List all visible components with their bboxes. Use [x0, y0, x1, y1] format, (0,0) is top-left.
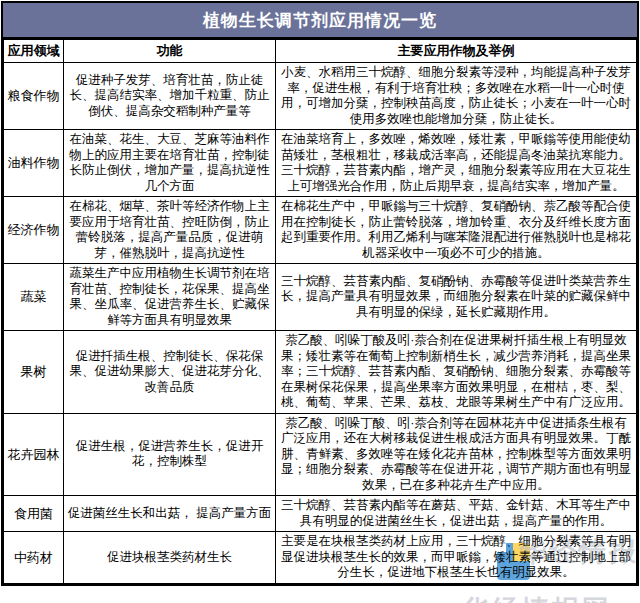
row-function: 促进扦插生根、控制徒长、保花保果、促进幼果膨大、促进花芽分化、改善品质 — [64, 331, 276, 414]
row-field: 果树 — [4, 331, 64, 414]
row-field: 花卉园林 — [4, 413, 64, 496]
row-function: 促进种子发芽、培育壮苗，防止徒长、提高结实率、增加千粒重、防止倒伏、提高杂交稻制… — [64, 63, 276, 130]
row-examples: 三十烷醇、芸苔素内酯等在蘑菇、平菇、金针菇、木耳等生产中具有明显的促进菌丝生长，… — [276, 496, 637, 532]
row-field: 粮食作物 — [4, 63, 64, 130]
row-field: 蔬菜 — [4, 264, 64, 331]
column-header-examples: 主要应用作物及举例 — [276, 40, 637, 63]
row-function: 促进菌丝生长和出菇， 提高产量方面 — [64, 496, 276, 532]
row-field: 经济作物 — [4, 197, 64, 264]
table-row: 粮食作物 促进种子发芽、培育壮苗，防止徒长、提高结实率、增加千粒重、防止倒伏、提… — [4, 63, 637, 130]
column-header-field: 应用领域 — [4, 40, 64, 63]
header-row: 应用领域 功能 主要应用作物及举例 — [4, 40, 637, 63]
row-examples: 萘乙酸、吲哚丁酸及吲·萘合剂在促进果树扦插生根上有明显效果；矮壮素等在葡萄上控制… — [276, 331, 637, 414]
row-function: 促进生根，促进营养生长，促进开花，控制株型 — [64, 413, 276, 496]
watermark-text-partial: 华经情报网 — [462, 592, 612, 603]
table-title: 植物生长调节剂应用情况一览 — [3, 3, 637, 39]
table-row: 中药材 促进块根茎类药材生长 主要是在块根茎类药材上应用，三十烷醇、细胞分裂素等… — [4, 532, 637, 584]
regulator-table: 植物生长调节剂应用情况一览 应用领域 功能 主要应用作物及举例 粮食作物 促进种… — [1, 1, 639, 586]
row-examples: 三十烷醇、芸苔素内酯、复硝酚钠、赤霉酸等促进叶类菜营养生长，提高产量具有明显效果… — [276, 264, 637, 331]
row-examples: 主要是在块根茎类药材上应用，三十烷醇、细胞分裂素等具有明显促进块根茎生长的效果，… — [276, 532, 637, 584]
row-field: 油料作物 — [4, 130, 64, 197]
row-examples: 萘乙酸、吲哚丁酸、吲·萘合剂等在园林花卉中促进插条生根有广泛应用，还在大树移栽促… — [276, 413, 637, 496]
row-function: 蔬菜生产中应用植物生长调节剂在培育壮苗、控制徒长，花保果、提高坐果、坐瓜率、促进… — [64, 264, 276, 331]
table-row: 经济作物 在棉花、烟草、茶叶等经济作物上主要应用于培育壮苗、控旺防倒，防止蕾铃脱… — [4, 197, 637, 264]
column-header-function: 功能 — [64, 40, 276, 63]
row-examples: 在油菜培育上，多效唑，烯效唑，矮壮素，甲哌鎓等使用能使幼苗矮壮，茎根粗壮，移栽成… — [276, 130, 637, 197]
row-examples: 小麦、水稻用三十烷醇、细胞分裂素等浸种，均能提高种子发芽率，促进生根，有利于培育… — [276, 63, 637, 130]
infographic-root: 华经情报网 华经情报网 植物生长调节剂应用情况一览 应用领域 功能 主要应用作物… — [0, 0, 640, 603]
table-row: 花卉园林 促进生根，促进营养生长，促进开花，控制株型 萘乙酸、吲哚丁酸、吲·萘合… — [4, 413, 637, 496]
row-field: 中药材 — [4, 532, 64, 584]
row-examples: 在棉花生产中，甲哌鎓与三十烷醇、复硝酚钠、萘乙酸等配合使用在控制徒长，防止蕾铃脱… — [276, 197, 637, 264]
row-function: 促进块根茎类药材生长 — [64, 532, 276, 584]
row-function: 在棉花、烟草、茶叶等经济作物上主要应用于培育壮苗、控旺防倒，防止蕾铃脱落，提高产… — [64, 197, 276, 264]
table-row: 油料作物 在油菜、花生、大豆、芝麻等油料作物上的应用主要在培育壮苗，控制徒长防止… — [4, 130, 637, 197]
row-function: 在油菜、花生、大豆、芝麻等油料作物上的应用主要在培育壮苗，控制徒长防止倒伏，增加… — [64, 130, 276, 197]
table-row: 果树 促进扦插生根、控制徒长、保花保果、促进幼果膨大、促进花芽分化、改善品质 萘… — [4, 331, 637, 414]
table-row: 蔬菜 蔬菜生产中应用植物生长调节剂在培育壮苗、控制徒长，花保果、提高坐果、坐瓜率… — [4, 264, 637, 331]
row-field: 食用菌 — [4, 496, 64, 532]
table-row: 食用菌 促进菌丝生长和出菇， 提高产量方面 三十烷醇、芸苔素内酯等在蘑菇、平菇、… — [4, 496, 637, 532]
